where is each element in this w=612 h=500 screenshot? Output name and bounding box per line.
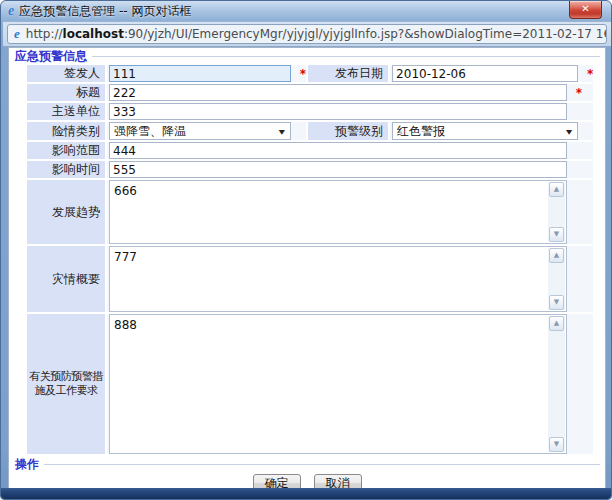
scroll-down-icon[interactable]: ▼ [549,295,564,310]
ok-button[interactable]: 确定 [253,474,301,489]
disaster-summary-label: 灾情概要 [27,246,105,312]
prevention-measures-text[interactable]: 888 [111,316,547,452]
danger-type-select[interactable]: 强降雪、降温 ▼ [109,122,291,140]
title-input[interactable] [109,84,567,101]
required-asterisk: * [576,86,582,100]
action-buttons: 确定 取消 [9,474,605,489]
address-input[interactable]: e http://localhost:90/yjzh/UI/EmergencyM… [7,24,607,44]
required-asterisk: * [587,67,593,81]
development-trend-textarea[interactable]: 666 ▲ ▼ [109,180,567,244]
row-affected-time: 影响时间 [27,161,593,178]
development-trend-label: 发展趋势 [27,180,105,244]
scrollbar[interactable]: ▲ ▼ [548,248,565,310]
scroll-up-icon[interactable]: ▲ [549,316,564,331]
main-recipient-label: 主送单位 [27,103,105,120]
warning-level-label: 预警级别 [308,122,388,140]
development-trend-text[interactable]: 666 [111,182,547,242]
url-protocol: http:// [26,27,63,41]
scrollbar[interactable]: ▲ ▼ [548,316,565,452]
scroll-up-icon[interactable]: ▲ [549,248,564,263]
address-bar: e http://localhost:90/yjzh/UI/EmergencyM… [3,21,611,47]
chevron-down-icon: ▼ [566,127,572,134]
window-bottom-border [1,488,611,499]
dialog-window: e 应急预警信息管理 -- 网页对话框 ✕ e http://localhost… [0,0,612,500]
danger-type-label: 险情类别 [27,122,105,140]
publish-date-label: 发布日期 [308,65,388,82]
prevention-measures-label: 有关预防预警措施及工作要求 [27,314,105,454]
affected-time-input[interactable] [109,161,567,178]
url-path: :90/yjzh/UI/EmergencyMgr/yjyjgl/yjyjglIn… [124,27,607,41]
disaster-summary-textarea[interactable]: 777 ▲ ▼ [109,246,567,312]
chevron-down-icon: ▼ [279,127,285,134]
row-issuer-date: 签发人 * 发布日期 * [27,65,593,82]
scrollbar[interactable]: ▲ ▼ [548,182,565,242]
ie-page-icon: e [14,27,20,41]
info-section-legend: 应急预警信息 [9,48,605,62]
scroll-up-icon[interactable]: ▲ [549,182,564,197]
issuer-input[interactable] [109,65,291,82]
issuer-label: 签发人 [27,65,105,82]
row-main-recipient: 主送单位 [27,103,593,120]
scroll-down-icon[interactable]: ▼ [549,227,564,242]
row-disaster-summary: 灾情概要 777 ▲ ▼ [27,246,593,312]
url-text: http://localhost:90/yjzh/UI/EmergencyMgr… [26,27,607,41]
row-prevention-measures: 有关预防预警措施及工作要求 888 ▲ ▼ [27,314,593,454]
disaster-summary-text[interactable]: 777 [111,248,547,310]
close-icon: ✕ [581,3,589,14]
actions-section-legend: 操作 [9,456,605,470]
window-title: 应急预警信息管理 -- 网页对话框 [19,3,191,20]
publish-date-input[interactable] [392,65,578,82]
affected-scope-label: 影响范围 [27,142,105,159]
warning-level-select[interactable]: 红色警报 ▼ [392,122,578,140]
danger-type-value: 强降雪、降温 [114,123,186,140]
cancel-button[interactable]: 取消 [314,474,362,489]
affected-time-label: 影响时间 [27,161,105,178]
warning-level-value: 红色警报 [397,123,445,140]
warning-form: 签发人 * 发布日期 * 标题 * 主送单位 [25,63,595,456]
dialog-content: 应急预警信息 签发人 * 发布日期 * 标题 [8,47,606,489]
required-asterisk: * [300,67,306,81]
title-label: 标题 [27,84,105,101]
row-danger-warning: 险情类别 强降雪、降温 ▼ 预警级别 红色警报 ▼ [27,122,593,140]
ie-logo-icon: e [8,4,14,18]
scroll-down-icon[interactable]: ▼ [549,437,564,452]
main-recipient-input[interactable] [109,103,567,120]
prevention-measures-textarea[interactable]: 888 ▲ ▼ [109,314,567,454]
row-development-trend: 发展趋势 666 ▲ ▼ [27,180,593,244]
legend-divider [92,56,600,57]
info-section-title: 应急预警信息 [15,48,87,65]
close-button[interactable]: ✕ [569,1,602,19]
actions-section-title: 操作 [15,456,39,473]
row-affected-scope: 影响范围 [27,142,593,159]
row-title: 标题 * [27,84,593,101]
legend-divider [44,464,600,465]
affected-scope-input[interactable] [109,142,567,159]
url-host: localhost [63,27,124,41]
title-bar: e 应急预警信息管理 -- 网页对话框 [1,1,611,21]
